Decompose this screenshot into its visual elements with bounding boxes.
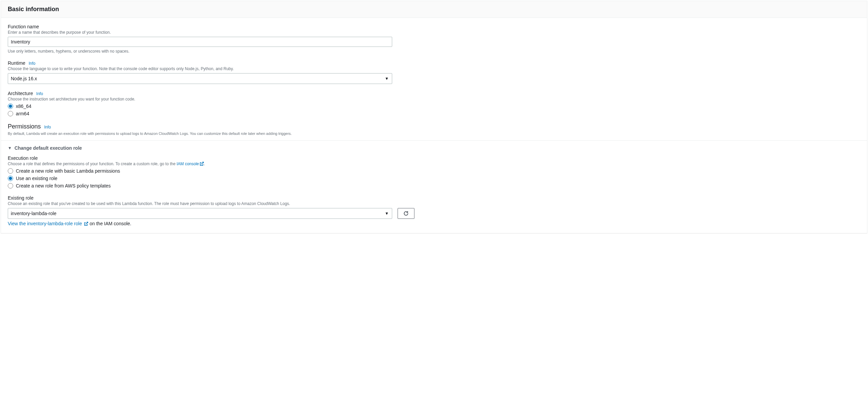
refresh-roles-button[interactable] [398, 208, 414, 219]
architecture-radio-arm[interactable] [8, 111, 13, 116]
permissions-desc: By default, Lambda will create an execut… [8, 132, 860, 136]
divider [1, 140, 867, 141]
architecture-radio-arm-label[interactable]: arm64 [16, 111, 29, 116]
view-role-link[interactable]: View the inventory-lambda-role role [8, 221, 88, 226]
panel-title: Basic information [8, 6, 860, 13]
function-name-constraint: Use only letters, numbers, hyphens, or u… [8, 49, 860, 54]
architecture-helper: Choose the instruction set architecture … [8, 97, 860, 101]
permissions-label: Permissions [8, 123, 41, 130]
function-name-helper: Enter a name that describes the purpose … [8, 30, 860, 35]
function-name-group: Function name Enter a name that describe… [8, 24, 860, 54]
basic-information-panel: Basic information Function name Enter a … [1, 1, 867, 233]
existing-role-selected-value: inventory-lambda-role [11, 211, 56, 216]
execution-role-radio-template[interactable] [8, 183, 13, 188]
runtime-group: Runtime Info Choose the language to use … [8, 60, 860, 84]
architecture-info-link[interactable]: Info [36, 91, 43, 96]
panel-header: Basic information [1, 1, 867, 18]
execution-role-radio-new-basic-label[interactable]: Create a new role with basic Lambda perm… [16, 168, 120, 174]
execution-role-radio-existing[interactable] [8, 176, 13, 181]
architecture-label: Architecture [8, 91, 33, 96]
existing-role-group: Existing role Choose an existing role th… [8, 195, 860, 226]
existing-role-select[interactable]: inventory-lambda-role [8, 208, 392, 219]
function-name-input[interactable] [8, 37, 392, 47]
caret-down-icon: ▼ [8, 146, 12, 150]
iam-console-link[interactable]: IAM console [177, 162, 204, 166]
execution-role-label: Execution role [8, 155, 38, 161]
permissions-info-link[interactable]: Info [44, 125, 51, 129]
runtime-helper: Choose the language to use to write your… [8, 66, 860, 71]
external-link-icon [84, 222, 88, 226]
architecture-radio-x86[interactable] [8, 104, 13, 109]
architecture-group: Architecture Info Choose the instruction… [8, 91, 860, 116]
panel-body: Function name Enter a name that describe… [1, 18, 867, 233]
change-default-role-expander[interactable]: ▼ Change default execution role [8, 145, 860, 151]
expander-label: Change default execution role [15, 145, 82, 151]
external-link-icon [200, 162, 204, 166]
refresh-icon [403, 211, 409, 216]
runtime-info-link[interactable]: Info [29, 61, 35, 66]
execution-role-radio-template-label[interactable]: Create a new role from AWS policy templa… [16, 183, 111, 188]
runtime-label: Runtime [8, 60, 25, 66]
runtime-selected-value: Node.js 16.x [11, 76, 37, 81]
execution-role-helper: Choose a role that defines the permissio… [8, 162, 860, 166]
execution-role-radio-new-basic[interactable] [8, 168, 13, 174]
execution-role-group: Execution role Choose a role that define… [8, 155, 860, 188]
existing-role-label: Existing role [8, 195, 33, 201]
execution-role-radio-existing-label[interactable]: Use an existing role [16, 176, 57, 181]
architecture-radio-x86-label[interactable]: x86_64 [16, 104, 31, 109]
permissions-group: Permissions Info By default, Lambda will… [8, 123, 860, 136]
runtime-select[interactable]: Node.js 16.x [8, 73, 392, 84]
view-role-row: View the inventory-lambda-role role on t… [8, 221, 860, 226]
function-name-label: Function name [8, 24, 39, 29]
existing-role-helper: Choose an existing role that you've crea… [8, 201, 860, 206]
